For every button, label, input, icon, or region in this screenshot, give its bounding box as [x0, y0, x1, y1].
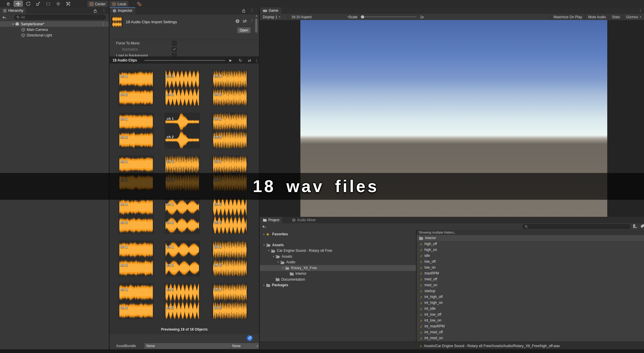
play-button[interactable]: ▶: [225, 57, 236, 64]
file-row-maxrpm[interactable]: ♪maxRPM: [417, 270, 644, 276]
foldout-arrow-icon[interactable]: ▾: [262, 244, 266, 247]
game-button-stats[interactable]: Stats: [609, 14, 623, 20]
scale-slider-knob[interactable]: [361, 15, 364, 19]
audio-clip-preview-cell[interactable]: ch 1ch 2: [118, 113, 154, 149]
checkbox[interactable]: [172, 47, 177, 52]
assetbundle-variant-dropdown[interactable]: None ▾: [230, 343, 260, 349]
file-row-low_off[interactable]: ♪low_off: [417, 259, 644, 264]
hierarchy-row[interactable]: Main Camera: [0, 27, 109, 32]
assetlabel-tag-icon[interactable]: [247, 335, 253, 341]
foldout-arrow-icon[interactable]: ▾: [272, 255, 275, 258]
tree-row-assets[interactable]: ▾Assets: [260, 242, 416, 248]
audio-clip-preview-cell[interactable]: ch 1ch 2: [118, 283, 154, 319]
file-row-int_high_on[interactable]: ♪int_high_on: [417, 300, 644, 306]
audio-clip-preview-cell[interactable]: ch 1ch 2: [165, 241, 200, 277]
hierarchy-create-button[interactable]: +▾: [2, 15, 11, 20]
scale-tool-icon[interactable]: [34, 1, 43, 7]
foldout-arrow-icon[interactable]: ▾: [11, 23, 15, 26]
help-icon[interactable]: ?: [235, 19, 240, 23]
file-row-int_low_off[interactable]: ♪int_low_off: [417, 312, 644, 317]
project-create-button[interactable]: +▾: [262, 224, 266, 229]
search-by-type-icon[interactable]: [633, 224, 637, 229]
file-row-med_on[interactable]: ♪med_on: [417, 282, 644, 288]
custom-tools-icon[interactable]: [63, 1, 73, 7]
audio-clip-preview-cell[interactable]: ch 1ch 2: [212, 198, 247, 234]
game-button-maximize-on-play[interactable]: Maximize On Play: [550, 14, 585, 20]
audio-clip-preview-cell[interactable]: ch 1ch 2: [212, 113, 247, 149]
aspect-dropdown[interactable]: 16:10 Aspect ▾: [289, 14, 351, 20]
tree-row-audio[interactable]: ▾Audio: [260, 259, 416, 265]
foldout-arrow-icon[interactable]: ▸: [262, 284, 266, 287]
audio-clip-preview-cell[interactable]: ch 1ch 2: [212, 241, 247, 277]
audio-clip-preview-cell[interactable]: ch 1ch 2: [212, 283, 247, 319]
game-button-gizmos[interactable]: Gizmos▾: [623, 14, 644, 20]
hierarchy-search-input[interactable]: All: [14, 15, 106, 20]
scroll-up-icon[interactable]: ▲: [255, 14, 258, 17]
file-row-int_high_off[interactable]: ♪int_high_off: [417, 294, 644, 300]
file-row-int_med_off[interactable]: ♪int_med_off: [417, 329, 644, 335]
rect-tool-icon[interactable]: [44, 1, 53, 7]
hand-tool-icon[interactable]: [4, 1, 13, 7]
grid-snapping-icon[interactable]: [134, 1, 143, 7]
preview-menu-icon[interactable]: ⋮: [254, 57, 259, 64]
file-row-high_off[interactable]: ♪high_off: [417, 241, 644, 247]
tab-game[interactable]: Game: [260, 7, 281, 14]
move-tool-icon[interactable]: [14, 1, 23, 7]
hierarchy-row[interactable]: Directional Light: [0, 32, 109, 38]
scene-menu-icon[interactable]: ⋮: [101, 22, 105, 26]
game-button-mute-audio[interactable]: Mute Audio: [585, 14, 609, 20]
file-row-low_on[interactable]: ♪low_on: [417, 264, 644, 270]
file-row-idle[interactable]: ♪idle: [417, 253, 644, 259]
audio-clip-preview-cell[interactable]: ch 1ch 2: [165, 198, 200, 234]
tree-row-rotary-x8-free[interactable]: ▾Rotary_X8_Free: [260, 265, 416, 271]
tab-project[interactable]: Project: [260, 217, 282, 223]
tree-row-packages[interactable]: ▸Packages: [260, 282, 416, 288]
inspector-scrollbar[interactable]: ▲ ▼: [255, 14, 258, 63]
lock-icon[interactable]: [242, 9, 245, 13]
rotate-tool-icon[interactable]: [24, 1, 33, 7]
tab-inspector[interactable]: i Inspector: [110, 7, 135, 14]
file-row-startup[interactable]: ♪startup: [417, 288, 644, 294]
orientation-toggle-button[interactable]: Local: [109, 1, 129, 7]
foldout-arrow-icon[interactable]: ▾: [281, 267, 285, 269]
audio-clip-preview-cell[interactable]: ch 1ch 2: [165, 283, 200, 319]
scale-slider-track[interactable]: [360, 17, 416, 17]
tree-row-interior[interactable]: Interior: [260, 271, 416, 277]
inspector-menu-icon[interactable]: ⋮: [250, 9, 254, 12]
tree-row-favorites[interactable]: ▸★Favorites: [260, 231, 416, 237]
pivot-toggle-button[interactable]: Center: [87, 1, 108, 7]
presets-icon[interactable]: [242, 19, 247, 23]
audio-clip-preview-cell[interactable]: ch 1ch 2: [165, 70, 200, 106]
scrollbar-thumb[interactable]: [255, 19, 257, 33]
lock-icon[interactable]: [93, 9, 97, 13]
audio-clip-preview-cell[interactable]: ch 1ch 2: [212, 70, 247, 106]
file-row-int_med_on[interactable]: ♪int_med_on: [417, 335, 644, 341]
hierarchy-menu-icon[interactable]: ⋮: [102, 9, 106, 12]
foldout-arrow-icon[interactable]: ▸: [262, 233, 266, 236]
loop-button[interactable]: ↻: [235, 57, 245, 64]
tree-row-documentation[interactable]: Documentation: [260, 277, 416, 282]
display-dropdown[interactable]: Display 1 ▾: [261, 14, 282, 20]
foldout-arrow-icon[interactable]: ▾: [267, 249, 271, 252]
tab-hierarchy[interactable]: Hierarchy: [0, 7, 26, 14]
preview-zoom-slider[interactable]: [144, 60, 225, 61]
assetbundle-dropdown[interactable]: None ▾: [144, 343, 233, 349]
project-search-input[interactable]: [522, 224, 630, 229]
audio-clip-preview-cell[interactable]: ch 1ch 2: [118, 241, 154, 277]
checkbox[interactable]: [172, 53, 177, 56]
transform-tool-icon[interactable]: [53, 1, 63, 7]
file-row-int_idle[interactable]: ♪int_idle: [417, 306, 644, 312]
game-menu-icon[interactable]: ⋮: [638, 9, 642, 12]
audio-clip-preview-cell[interactable]: ch 1ch 2: [118, 70, 154, 106]
tree-row-car-engine-sound-rotary-x8-free[interactable]: ▾Car Engine Sound - Rotary x8 Free: [260, 248, 416, 254]
hierarchy-row-scene[interactable]: ▾ SampleScene* ⋮: [0, 21, 109, 27]
search-by-label-icon[interactable]: [640, 224, 644, 229]
file-row-high_on[interactable]: ♪high_on: [417, 247, 644, 253]
file-row-int_low_on[interactable]: ♪int_low_on: [417, 317, 644, 323]
file-row-int_maxrpm[interactable]: ♪int_maxRPM: [417, 323, 644, 329]
open-button[interactable]: Open: [237, 27, 251, 34]
file-row-med_off[interactable]: ♪med_off: [417, 276, 644, 282]
autoplay-button[interactable]: ⇄: [245, 57, 254, 64]
tab-audio-mixer[interactable]: Audio Mixer: [289, 217, 319, 223]
header-menu-icon[interactable]: ⋮: [250, 19, 254, 23]
